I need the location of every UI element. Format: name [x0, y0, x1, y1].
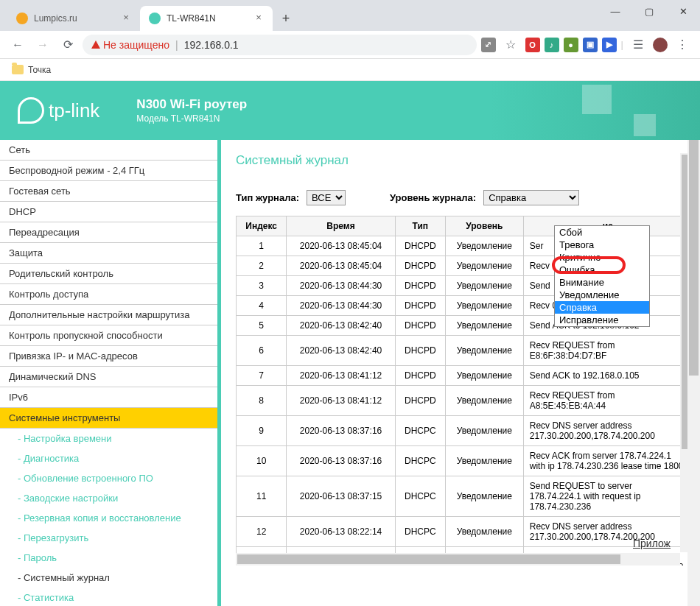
sidebar-item[interactable]: Дополнительные настройки маршрутиза — [0, 305, 217, 325]
table-cell: Send REQUEST to server 178.74.224.1 with… — [523, 476, 692, 517]
page-scrollbar[interactable] — [687, 140, 700, 606]
dropdown-option[interactable]: Справка — [555, 301, 649, 314]
sidebar-sub-item[interactable]: - Обновление встроенного ПО — [0, 468, 217, 488]
close-button[interactable]: ✕ — [666, 0, 700, 22]
bookmarks-bar: Точка — [0, 59, 700, 81]
sidebar-sub-item[interactable]: - Статистика — [0, 588, 217, 606]
sidebar-item[interactable]: Переадресация — [0, 222, 217, 243]
favicon-icon — [16, 13, 28, 24]
new-tab-button[interactable]: + — [276, 8, 296, 29]
sidebar-sub-item[interactable]: - Системный журнал — [0, 568, 217, 588]
url-field[interactable]: Не защищено | 192.168.0.1 — [83, 35, 477, 55]
dropdown-option[interactable]: Тревога — [555, 239, 649, 251]
table-cell: Уведомление — [446, 336, 524, 366]
log-type-select[interactable]: ВСЕ — [307, 190, 346, 205]
dropdown-option[interactable]: Критично — [555, 251, 649, 264]
table-cell: Уведомление — [446, 517, 524, 547]
extension-icon[interactable]: ▶ — [602, 38, 617, 52]
log-level-select[interactable]: Справка — [483, 190, 579, 205]
warning-icon — [91, 40, 100, 49]
browser-tab[interactable]: Lumpics.ru × — [7, 6, 140, 31]
bookmark-item[interactable]: Точка — [28, 65, 51, 75]
sidebar-item[interactable]: Привязка IP- и MAC-адресов — [0, 346, 217, 367]
sidebar-sub-item[interactable]: - Перезагрузить — [0, 528, 217, 548]
table-header: Время — [287, 216, 395, 236]
table-cell: 7 — [237, 366, 287, 386]
footer-link[interactable]: Прилож — [633, 538, 671, 549]
table-cell: Recv REQUEST from A8:5E:45:EB:4A:44 — [523, 386, 692, 416]
sidebar-item[interactable]: Гостевая сеть — [0, 181, 217, 202]
folder-icon — [12, 65, 24, 74]
log-level-dropdown[interactable]: СбойТревогаКритичноОшибкаВниманиеУведомл… — [554, 225, 650, 327]
minimize-button[interactable]: — — [598, 0, 632, 22]
extension-icons: ⤢ ☆ O ♪ ● ▣ ▶ | ☰ ⋮ — [481, 35, 693, 55]
table-cell: DHCPD — [395, 336, 445, 366]
security-warning: Не защищено — [91, 39, 169, 51]
back-button[interactable]: ← — [7, 35, 28, 55]
sidebar-item[interactable]: Сеть — [0, 140, 217, 161]
sidebar-item[interactable]: Беспроводной режим - 2,4 ГГц — [0, 161, 217, 181]
window-controls: — ▢ ✕ — [598, 0, 700, 31]
close-icon[interactable]: × — [253, 13, 264, 24]
table-cell: DHCPD — [395, 366, 445, 386]
sidebar-sub-item[interactable]: - Пароль — [0, 548, 217, 568]
sidebar-item[interactable]: Контроль пропускной способности — [0, 325, 217, 346]
header-pattern — [553, 81, 700, 140]
sidebar-sub-item[interactable]: - Резервная копия и восстановление — [0, 508, 217, 528]
reload-button[interactable]: ⟳ — [57, 35, 78, 55]
table-cell: Уведомление — [446, 386, 524, 416]
url-text: 192.168.0.1 — [184, 39, 239, 51]
table-cell: DHCPC — [395, 476, 445, 517]
table-cell: 2020-06-13 08:37:16 — [287, 446, 395, 476]
scrollbar-thumb[interactable] — [237, 554, 620, 564]
scrollbar-thumb[interactable] — [689, 140, 699, 376]
table-cell: 2020-06-13 08:22:14 — [287, 517, 395, 547]
close-icon[interactable]: × — [121, 13, 131, 24]
table-cell: DHCPD — [395, 316, 445, 336]
dropdown-option[interactable]: Исправление — [555, 314, 649, 326]
sidebar-item[interactable]: Защита — [0, 243, 217, 264]
sidebar-item[interactable]: DHCP — [0, 202, 217, 222]
table-cell: DHCPD — [395, 386, 445, 416]
reading-list-icon[interactable]: ☰ — [628, 35, 648, 55]
page-title: Системный журнал — [236, 153, 693, 168]
table-cell: 5 — [237, 316, 287, 336]
sidebar-item[interactable]: Контроль доступа — [0, 284, 217, 305]
bookmark-star-icon[interactable]: ☆ — [500, 35, 521, 55]
dropdown-option[interactable]: Уведомление — [555, 289, 649, 301]
sidebar-sub-item[interactable]: - Диагностика — [0, 448, 217, 468]
table-cell: 3 — [237, 276, 287, 296]
table-cell: Уведомление — [446, 316, 524, 336]
horizontal-scrollbar[interactable] — [236, 553, 680, 566]
dropdown-option[interactable]: Сбой — [555, 226, 649, 239]
profile-avatar[interactable] — [653, 38, 668, 52]
tab-title: TL-WR841N — [167, 13, 248, 24]
table-cell: 2020-06-13 08:41:12 — [287, 366, 395, 386]
dropdown-option[interactable]: Ошибка — [555, 264, 649, 276]
sidebar-item[interactable]: IPv6 — [0, 387, 217, 408]
sidebar-sub-item[interactable]: - Настройка времени — [0, 429, 217, 448]
extension-icon[interactable]: ▣ — [583, 38, 598, 52]
extension-icon[interactable]: ♪ — [545, 38, 559, 52]
sidebar-sub-item[interactable]: - Заводские настройки — [0, 488, 217, 508]
table-cell: DHCPD — [395, 236, 445, 256]
table-cell: 2 — [237, 256, 287, 276]
sidebar-item[interactable]: Динамический DNS — [0, 367, 217, 387]
browser-tab-active[interactable]: TL-WR841N × — [140, 6, 273, 31]
extension-icon[interactable]: ● — [564, 38, 578, 52]
security-text: Не защищено — [103, 39, 169, 51]
table-row: 102020-06-13 08:37:16DHCPCУведомлениеRec… — [237, 446, 693, 476]
sidebar: СетьБеспроводной режим - 2,4 ГГцГостевая… — [0, 140, 221, 606]
menu-icon[interactable]: ⋮ — [672, 35, 693, 55]
translate-icon[interactable]: ⤢ — [481, 38, 496, 52]
maximize-button[interactable]: ▢ — [632, 0, 666, 22]
table-cell: 6 — [237, 336, 287, 366]
dropdown-option[interactable]: Внимание — [555, 276, 649, 289]
table-header: Тип — [395, 216, 445, 236]
forward-button[interactable]: → — [32, 35, 53, 55]
table-cell: 2020-06-13 08:41:12 — [287, 386, 395, 416]
sidebar-item[interactable]: Родительский контроль — [0, 264, 217, 284]
tplink-logo: tp-link — [18, 97, 99, 124]
extension-icon[interactable]: O — [525, 38, 540, 52]
sidebar-item-active[interactable]: Системные инструменты — [0, 408, 217, 429]
